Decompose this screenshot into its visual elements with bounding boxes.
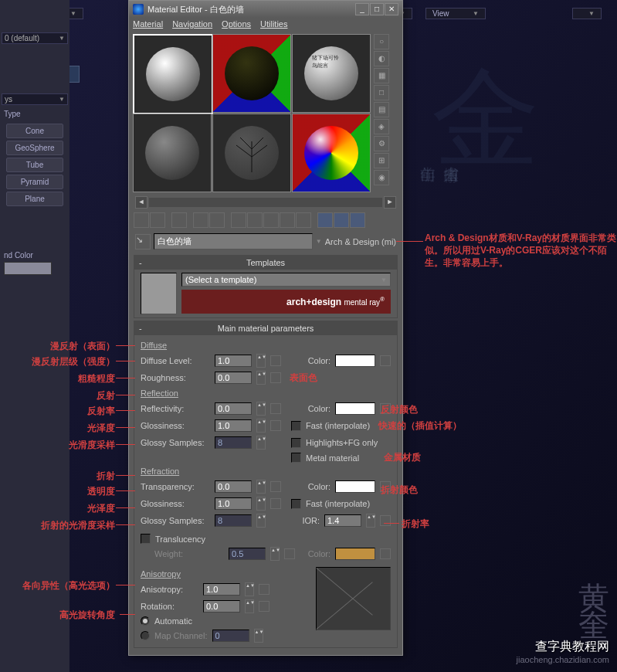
map-channel-radio[interactable] [141,631,150,640]
material-type-button[interactable]: Arch & Design (mi) [325,237,396,246]
reflection-color-swatch[interactable] [335,402,375,415]
preview-scroll-right[interactable]: ► [384,196,396,209]
metal-check[interactable] [291,453,301,463]
glossiness-arrows[interactable]: ▲▼ [256,419,266,433]
glossy-samples-spinner[interactable]: 8 [215,436,252,449]
btn-plane[interactable]: Plane [6,192,63,206]
menu-navigation[interactable]: Navigation [172,19,212,29]
transparency-arrows[interactable]: ▲▼ [256,480,266,494]
menu-utilities[interactable]: Utilities [260,19,287,29]
roughness-map[interactable] [270,372,281,383]
refr-samples-arrows[interactable]: ▲▼ [256,514,266,528]
name-history-dropdown[interactable]: ▼ [316,238,322,245]
main-params-header[interactable]: -Main material parameters [134,321,397,335]
reflectivity-arrows[interactable]: ▲▼ [256,402,266,416]
btn-geosphere[interactable]: GeoSphere [6,141,63,155]
refr-samples-spinner[interactable]: 8 [215,514,252,527]
roughness-arrows[interactable]: ▲▼ [256,371,266,385]
side-tool-preview[interactable]: ◈ [374,119,389,134]
highlights-check[interactable] [291,438,301,448]
reflectivity-map[interactable] [270,403,281,414]
default-selector[interactable]: 0 (default)▼ [2,32,68,44]
menu-material[interactable]: Material [133,19,163,29]
side-tool-select[interactable]: ⊞ [374,153,389,168]
refr-glossiness-map[interactable] [270,498,281,509]
tool-nav-sibling[interactable] [334,212,349,228]
diffuse-level-spinner[interactable]: 1.0 [215,355,252,367]
preview-slot-1[interactable] [133,34,213,114]
tool-get-material[interactable] [134,212,149,228]
diffuse-color-swatch[interactable] [335,355,375,367]
side-tool-options[interactable]: ⚙ [374,136,389,151]
preview-scrollbar[interactable] [149,198,382,207]
translucency-color-map[interactable] [380,548,391,559]
weight-spinner[interactable]: 0.5 [229,548,266,560]
preview-slot-5[interactable] [212,114,291,192]
tool-reset[interactable] [193,212,208,228]
titlebar[interactable]: Material Editor - 白色的墙 _ □ ✕ [129,1,402,18]
glossy-samples-arrows[interactable]: ▲▼ [256,436,266,450]
tool-put-scene[interactable] [150,212,165,228]
anisotropy-spinner[interactable]: 1.0 [203,583,240,596]
roughness-spinner[interactable]: 0.0 [215,372,252,384]
material-name-input[interactable]: 白色的墙 [154,233,313,249]
translucency-check[interactable] [141,534,151,544]
tool-copy[interactable] [209,212,225,228]
side-tool-background[interactable]: ▦ [374,68,389,83]
fast-interpolate-check[interactable] [291,421,301,431]
preview-slot-6[interactable] [292,114,371,192]
tool-nav-parent[interactable] [317,212,333,228]
ior-map[interactable] [380,515,391,526]
transparency-map[interactable] [270,481,281,492]
automatic-radio[interactable] [141,616,150,626]
refr-glossiness-arrows[interactable]: ▲▼ [256,497,266,511]
diffuse-level-arrows[interactable]: ▲▼ [256,354,266,368]
templates-header[interactable]: -Templates [134,256,397,270]
tool-assign[interactable] [171,212,187,228]
ys-dropdown[interactable]: ys▼ [2,93,68,105]
top-view[interactable]: View▼ [425,8,486,19]
refr-fast-check[interactable] [291,499,301,509]
side-tool-video[interactable]: ▤ [374,102,389,117]
tool-put-library[interactable] [247,212,263,228]
side-tool-backlight[interactable]: ◐ [374,51,389,66]
template-select[interactable]: (Select a template)▼ [181,273,391,287]
translucency-color-swatch[interactable] [335,548,375,560]
weight-map[interactable] [284,548,295,559]
close-button[interactable]: ✕ [385,3,398,15]
preview-slot-3[interactable]: 猪下场可怜鸟能言 [292,34,371,113]
pick-material-icon[interactable]: ↘ [135,234,151,249]
refraction-color-swatch[interactable] [335,480,375,493]
tool-show-map[interactable] [280,212,295,228]
glossiness-map[interactable] [270,420,281,431]
top-dd-4[interactable]: ▼ [572,8,602,19]
side-tool-material[interactable]: ◉ [374,170,389,185]
rotation-arrows[interactable]: ▲▼ [245,599,254,613]
tool-effects[interactable] [263,212,279,228]
preview-scroll-left[interactable]: ◄ [135,196,147,209]
rotation-spinner[interactable]: 0.0 [203,600,240,613]
reflectivity-spinner[interactable]: 0.0 [215,402,252,415]
maximize-button[interactable]: □ [370,3,384,15]
btn-tube[interactable]: Tube [6,158,63,172]
diffuse-level-map[interactable] [270,355,281,366]
tool-make-unique[interactable] [231,212,246,228]
preview-slot-2[interactable] [212,34,291,113]
tool-nav-forward[interactable] [350,212,365,228]
end-color-swatch[interactable] [4,262,52,275]
map-channel-spinner[interactable]: 0 [212,630,249,642]
preview-slot-4[interactable] [133,114,212,192]
side-tool-uv[interactable]: □ [374,85,389,100]
btn-cone[interactable]: Cone [6,124,63,138]
anisotropy-map[interactable] [259,584,270,595]
anisotropy-arrows[interactable]: ▲▼ [245,582,254,596]
refr-glossiness-spinner[interactable]: 1.0 [215,497,252,510]
rotation-map[interactable] [259,601,270,612]
map-channel-arrows[interactable]: ▲▼ [254,629,263,643]
glossiness-spinner[interactable]: 1.0 [215,419,252,432]
transparency-spinner[interactable]: 0.0 [215,480,252,493]
btn-pyramid[interactable]: Pyramid [6,175,63,189]
minimize-button[interactable]: _ [355,3,369,15]
tool-show-end[interactable] [296,212,311,228]
ior-arrows[interactable]: ▲▼ [366,514,375,528]
